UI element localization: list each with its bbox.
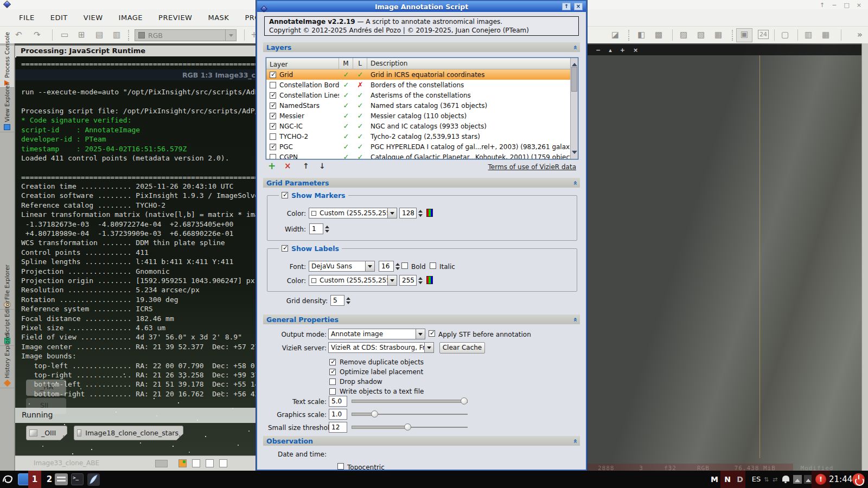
dialog-close-icon[interactable]: × bbox=[574, 3, 583, 10]
checkbox-drop-shadow[interactable] bbox=[329, 378, 336, 385]
vizier-terms-link[interactable]: Terms of use of VizieR data bbox=[488, 163, 576, 171]
slider-handle[interactable] bbox=[371, 410, 378, 418]
layer-row-grid[interactable]: Grid✓✓Grid in ICRS equatorial coordinate… bbox=[266, 69, 578, 80]
mask-show-icon[interactable]: ▧ bbox=[697, 30, 705, 40]
marker-alpha-value[interactable]: 128 bbox=[399, 208, 417, 219]
menu-view[interactable]: VIEW bbox=[84, 14, 103, 22]
graphics-scale-slider[interactable] bbox=[352, 410, 468, 418]
workspace-scrollbar[interactable] bbox=[861, 43, 868, 471]
workspace-swatch[interactable] bbox=[192, 459, 200, 467]
layer-checkbox[interactable] bbox=[270, 133, 276, 140]
layer-row-pgc[interactable]: PGC✓✓PGC HYPERLEDA I catalog of gal...re… bbox=[266, 142, 578, 152]
rename-view-icon[interactable]: ▭ bbox=[61, 30, 68, 40]
menu-mask[interactable]: MASK bbox=[208, 14, 229, 22]
layer-checkbox[interactable] bbox=[270, 102, 276, 109]
marker-alpha-spinner[interactable]: 128 bbox=[399, 208, 423, 219]
show-labels-checkbox[interactable] bbox=[282, 245, 288, 252]
spin-up-icon[interactable] bbox=[346, 295, 350, 300]
show-markers-checkbox[interactable] bbox=[282, 192, 288, 198]
workspace-swatch-active[interactable] bbox=[178, 459, 187, 467]
layer-row-constellation-borders[interactable]: Constellation Borders✓✗Borders of the co… bbox=[266, 80, 578, 90]
collapse-icon[interactable]: » bbox=[570, 439, 578, 443]
spin-down-icon[interactable] bbox=[418, 281, 423, 286]
sidebar-tab-view-explorer[interactable]: View Explorer bbox=[0, 88, 14, 132]
section-observation[interactable]: Observation» bbox=[263, 436, 580, 446]
clock[interactable]: 21:44 bbox=[829, 471, 852, 488]
color-picker-icon[interactable] bbox=[426, 209, 433, 217]
layer-row-cgpn[interactable]: CGPN✓✓Catalogue of Galactic Planetar...K… bbox=[266, 152, 578, 159]
undo-icon[interactable]: ↶ bbox=[15, 30, 22, 40]
24bit-lut-icon[interactable]: 24 bbox=[758, 30, 769, 39]
workspace-2[interactable]: 2 bbox=[43, 471, 55, 488]
spin-down-icon[interactable] bbox=[395, 267, 400, 272]
dock-icon[interactable]: ▢ bbox=[781, 30, 789, 40]
workspace-1[interactable]: 1 bbox=[28, 471, 41, 488]
checkbox-remove-duplicate-objects[interactable] bbox=[329, 359, 336, 365]
small-size-threshold-value[interactable]: 12 bbox=[329, 422, 347, 433]
label-alpha-spinner[interactable]: 255 bbox=[399, 275, 423, 286]
tray-indicator-d[interactable]: D bbox=[734, 471, 746, 488]
image-tab-image18[interactable]: Image18_clone_clone_stars N bbox=[74, 426, 183, 440]
menu-file[interactable]: FILE bbox=[19, 14, 35, 22]
zoom-out-icon[interactable]: − bbox=[596, 47, 601, 54]
layer-checkbox[interactable] bbox=[270, 82, 276, 88]
sidebar-tab-process-console[interactable]: Process Console bbox=[0, 46, 14, 88]
font-size-spinner[interactable]: 16 bbox=[379, 261, 400, 272]
graphics-scale-value[interactable]: 1.0 bbox=[329, 409, 347, 420]
redo-icon[interactable]: ↷ bbox=[34, 30, 41, 40]
split-view-icon[interactable]: ◧ bbox=[637, 30, 645, 40]
vizier-server-select[interactable]: VizieR at CDS: Strasbourg, France bbox=[328, 342, 434, 353]
mask-invert-icon[interactable]: ▨ bbox=[680, 30, 687, 40]
spin-up-icon[interactable] bbox=[325, 223, 329, 228]
layer-row-tycho-2[interactable]: TYCHO-2✓✓Tycho-2 catalog (2,539,913 star… bbox=[266, 131, 578, 142]
marker-width-value[interactable]: 1 bbox=[309, 223, 323, 234]
section-layers[interactable]: Layers» bbox=[263, 42, 580, 52]
close-all-icon[interactable]: ▦ bbox=[822, 30, 829, 40]
spin-down-icon[interactable] bbox=[418, 214, 423, 219]
dialog-shade-icon[interactable]: ↑ bbox=[562, 3, 571, 10]
collapse-icon[interactable]: » bbox=[570, 181, 578, 185]
spin-down-icon[interactable] bbox=[325, 230, 329, 235]
section-grid-parameters[interactable]: Grid Parameters» bbox=[263, 178, 580, 188]
layer-checkbox[interactable] bbox=[270, 154, 276, 160]
marker-width-spinner[interactable]: 1 bbox=[309, 223, 329, 234]
close-workspace-icon[interactable]: ▥ bbox=[805, 30, 812, 40]
column-header-m[interactable]: M bbox=[339, 58, 353, 69]
screen-stf-icon[interactable]: ▣ bbox=[736, 28, 752, 42]
layer-row-namedstars[interactable]: NamedStars✓✓Named stars catalog (3671 ob… bbox=[266, 100, 578, 111]
marker-color-select[interactable]: Custom (255,255,255) bbox=[309, 208, 397, 219]
font-size-value[interactable]: 16 bbox=[379, 261, 394, 272]
xfce-menu-icon[interactable] bbox=[2, 473, 14, 488]
xournal-launcher-icon[interactable] bbox=[87, 473, 100, 488]
minimize-window-icon[interactable]: − bbox=[832, 2, 837, 9]
dialog-titlebar[interactable]: Image Annotation Script ↑ × bbox=[257, 1, 586, 12]
move-layer-up-button[interactable]: ↑ bbox=[303, 162, 309, 171]
alert-icon[interactable]: ! bbox=[815, 474, 826, 485]
column-header-layer[interactable]: Layer bbox=[266, 58, 339, 69]
workspace-swatch[interactable] bbox=[219, 459, 227, 467]
sidebar-tab-history-explorer[interactable]: History Explorer bbox=[0, 347, 14, 388]
clear-mask-icon[interactable]: ▩ bbox=[655, 30, 662, 40]
spin-up-icon[interactable] bbox=[418, 275, 423, 280]
label-alpha-value[interactable]: 255 bbox=[399, 275, 417, 286]
mask-edit-icon[interactable]: ▦ bbox=[714, 30, 722, 40]
close-file-icon[interactable]: ◪ bbox=[611, 30, 619, 40]
power-icon[interactable] bbox=[852, 473, 865, 486]
layer-row-constellation-lines[interactable]: Constellation Lines✓✓Asterisms of the co… bbox=[266, 90, 578, 100]
channel-dropdown-icon[interactable] bbox=[225, 30, 236, 41]
spin-up-icon[interactable] bbox=[395, 261, 400, 266]
delete-layer-button[interactable]: × bbox=[284, 162, 291, 171]
italic-checkbox[interactable] bbox=[430, 262, 436, 269]
grid-density-spinner[interactable]: 5 bbox=[330, 295, 350, 306]
small-size-threshold-slider[interactable] bbox=[352, 423, 468, 431]
bold-checkbox[interactable] bbox=[401, 262, 408, 269]
label-color-select[interactable]: Custom (255,255,255) bbox=[309, 275, 397, 286]
section-general-properties[interactable]: General Properties» bbox=[263, 314, 580, 324]
add-layer-button[interactable]: + bbox=[268, 162, 276, 171]
spin-down-icon[interactable] bbox=[346, 301, 350, 306]
image-tab-oiii[interactable]: _OIII N bbox=[26, 426, 67, 440]
layer-row-messier[interactable]: Messier✓✓Messier catalog (110 objects) bbox=[266, 111, 578, 121]
zoom-in-icon[interactable]: + bbox=[620, 47, 625, 54]
close-window-icon[interactable]: × bbox=[857, 2, 861, 9]
collapse-icon[interactable]: » bbox=[570, 317, 578, 322]
